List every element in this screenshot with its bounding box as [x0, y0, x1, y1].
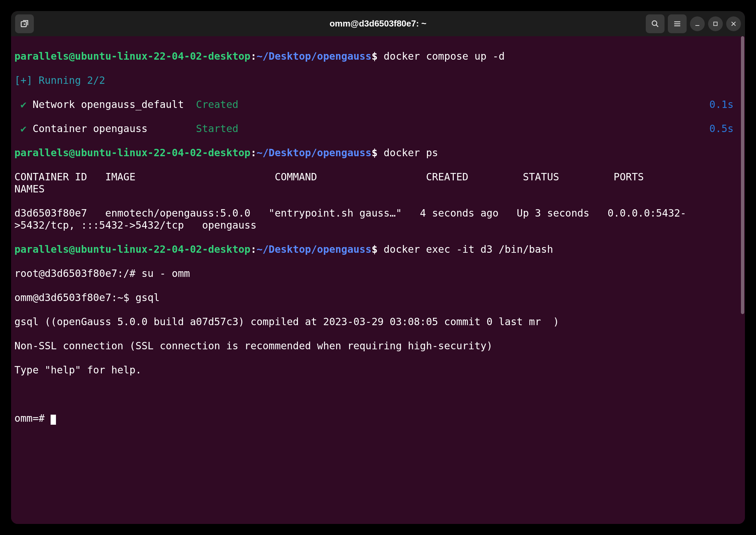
terminal-window: omm@d3d6503f80e7: ~	[11, 11, 745, 524]
menu-button[interactable]	[668, 14, 687, 33]
terminal-line: gsql ((openGauss 5.0.0 build a07d57c3) c…	[14, 316, 742, 328]
svg-rect-0	[21, 21, 26, 26]
hamburger-icon	[673, 20, 681, 28]
terminal-line	[14, 388, 742, 400]
prompt-cwd: ~/Desktop/opengauss	[256, 50, 371, 62]
command-text: docker ps	[384, 147, 438, 159]
new-tab-button[interactable]	[15, 14, 34, 33]
terminal-line: ✔ Network opengauss_default Created0.1s	[14, 99, 742, 111]
prompt-dollar: $	[372, 50, 378, 62]
titlebar: omm@d3d6503f80e7: ~	[11, 11, 745, 36]
compose-time: 0.5s	[709, 123, 742, 135]
gsql-banner: gsql ((openGauss 5.0.0 build a07d57c3) c…	[14, 316, 559, 328]
terminal-line: ✔ Container opengauss Started0.5s	[14, 123, 742, 135]
prompt-user-host: parallels@ubuntu-linux-22-04-02-desktop	[14, 50, 250, 62]
maximize-button[interactable]	[708, 16, 723, 31]
search-button[interactable]	[646, 14, 665, 33]
checkmark-icon: ✔	[20, 99, 26, 111]
gsql-banner: Type "help" for help.	[14, 364, 141, 376]
scrollbar[interactable]	[740, 36, 745, 524]
terminal-line: Non-SSL connection (SSL connection is re…	[14, 340, 742, 352]
new-tab-icon	[20, 19, 29, 28]
gsql-banner: Non-SSL connection (SSL connection is re…	[14, 340, 493, 352]
checkmark-icon: ✔	[20, 123, 26, 135]
terminal-line: root@d3d6503f80e7:/# su - omm	[14, 268, 742, 280]
command-text: docker exec -it d3 /bin/bash	[384, 243, 553, 255]
command-text: gsql	[135, 292, 160, 303]
minimize-button[interactable]	[690, 16, 705, 31]
terminal-line: omm@d3d6503f80e7:~$ gsql	[14, 292, 742, 304]
ps-header: CONTAINER ID IMAGE COMMAND CREATED STATU…	[14, 171, 745, 195]
terminal-line: [+] Running 2/2	[14, 74, 742, 86]
terminal-line: parallels@ubuntu-linux-22-04-02-desktop:…	[14, 147, 742, 159]
terminal-line: Type "help" for help.	[14, 364, 742, 376]
close-icon	[730, 20, 737, 27]
window-title: omm@d3d6503f80e7: ~	[11, 18, 745, 29]
minimize-icon	[694, 20, 701, 27]
terminal-line: parallels@ubuntu-linux-22-04-02-desktop:…	[14, 50, 742, 62]
maximize-icon	[712, 21, 718, 27]
terminal-line: CONTAINER ID IMAGE COMMAND CREATED STATU…	[14, 171, 742, 195]
compose-running: [+] Running 2/2	[14, 74, 105, 86]
omm-prompt: omm@d3d6503f80e7:~$	[14, 292, 135, 303]
svg-rect-2	[714, 22, 717, 25]
cursor	[51, 415, 56, 425]
command-text: su - omm	[141, 268, 190, 279]
terminal-line: parallels@ubuntu-linux-22-04-02-desktop:…	[14, 243, 742, 255]
gsql-prompt: omm=#	[14, 412, 51, 424]
root-prompt: root@d3d6503f80e7:/#	[14, 268, 141, 279]
ps-row: d3d6503f80e7 enmotech/opengauss:5.0.0 "e…	[14, 207, 686, 231]
close-button[interactable]	[726, 16, 741, 31]
command-text: docker compose up -d	[384, 50, 505, 62]
compose-time: 0.1s	[709, 99, 742, 111]
terminal-line: omm=#	[14, 412, 742, 424]
search-icon	[651, 20, 659, 28]
terminal-line: d3d6503f80e7 enmotech/opengauss:5.0.0 "e…	[14, 207, 742, 231]
svg-point-1	[652, 21, 657, 25]
scrollbar-thumb[interactable]	[741, 36, 744, 314]
terminal-viewport[interactable]: parallels@ubuntu-linux-22-04-02-desktop:…	[11, 36, 745, 524]
